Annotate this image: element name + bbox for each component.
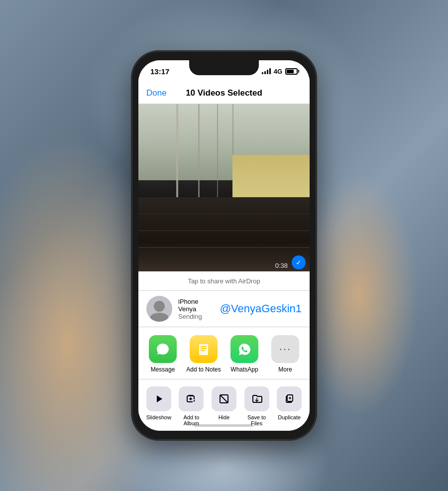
svg-rect-2 [201, 348, 207, 349]
svg-rect-0 [199, 344, 208, 355]
more-app-label: More [278, 366, 292, 373]
add-album-icon [186, 393, 197, 404]
more-dots: ··· [279, 343, 291, 356]
navigation-bar: Done 10 Videos Selected [138, 82, 310, 104]
save-files-icon [251, 393, 262, 404]
actions-row: Slideshow [138, 379, 310, 431]
avatar-body [150, 313, 168, 322]
hide-icon [219, 393, 229, 404]
video-preview: 0:38 ✓ [138, 104, 310, 273]
svg-rect-3 [201, 350, 205, 351]
share-app-message[interactable]: Message [145, 335, 180, 373]
slideshow-icon [153, 393, 164, 404]
network-type: 4G [274, 68, 282, 75]
contact-status: Sending [178, 313, 214, 320]
svg-line-13 [220, 395, 228, 403]
whatsapp-app-icon [230, 335, 258, 363]
status-time: 13:17 [150, 67, 169, 76]
signal-icon [262, 68, 271, 74]
message-app-icon [149, 335, 177, 363]
share-sheet: Tap to share with AirDrop iPhone Venya S… [138, 271, 310, 431]
avatar-person [146, 296, 172, 322]
airdrop-contact-row[interactable]: iPhone Venya Sending @VenyaGeskin1 [138, 291, 310, 327]
share-app-more[interactable]: ··· More [268, 335, 303, 373]
slideshow-icon-box [146, 386, 171, 411]
slideshow-label: Slideshow [146, 414, 171, 420]
done-button[interactable]: Done [146, 88, 167, 98]
airdrop-banner: Tap to share with AirDrop [138, 271, 310, 291]
more-app-icon: ··· [271, 335, 299, 363]
action-hide[interactable]: Hide [209, 386, 239, 420]
video-duration: 0:38 [275, 262, 288, 269]
hide-icon-box [212, 386, 236, 411]
whatsapp-icon-svg [237, 342, 252, 357]
action-save-files[interactable]: Save to Files [242, 386, 272, 426]
phone-notch [189, 60, 259, 75]
svg-rect-6 [188, 395, 193, 396]
whatsapp-app-label: WhatsApp [230, 366, 258, 373]
phone-screen: 13:17 4G Done 10 Videos Selected [138, 60, 310, 431]
share-apps-row: Message Add to Notes [138, 327, 310, 379]
contact-info: iPhone Venya Sending [178, 298, 214, 320]
action-slideshow[interactable]: Slideshow [144, 386, 174, 420]
svg-rect-1 [201, 346, 207, 347]
battery-fill [287, 70, 294, 73]
share-app-notes[interactable]: Add to Notes [186, 335, 221, 373]
home-indicator [194, 424, 254, 427]
notes-icon-svg [196, 342, 211, 357]
action-add-album[interactable]: Add to Album [176, 386, 206, 426]
avatar [146, 296, 172, 322]
status-icons: 4G [262, 68, 298, 75]
phone-device: 13:17 4G Done 10 Videos Selected [132, 51, 316, 440]
hide-label: Hide [219, 414, 230, 420]
battery-icon [285, 68, 298, 75]
save-files-icon-box [244, 386, 269, 411]
contact-name: iPhone Venya [178, 298, 214, 313]
duplicate-icon [284, 393, 295, 404]
notes-app-icon [190, 335, 218, 363]
action-duplicate[interactable]: Duplicate [274, 386, 304, 420]
preview-image: 0:38 ✓ [138, 104, 310, 273]
notes-app-label: Add to Notes [186, 366, 221, 373]
share-app-whatsapp[interactable]: WhatsApp [227, 335, 262, 373]
duplicate-icon-box [277, 386, 302, 411]
pier-visual [138, 104, 310, 273]
nav-title: 10 Videos Selected [186, 88, 262, 98]
avatar-head [154, 301, 165, 312]
message-app-label: Message [151, 366, 175, 373]
duplicate-label: Duplicate [278, 414, 301, 420]
airdrop-username: @VenyaGeskin1 [220, 302, 302, 315]
svg-marker-4 [157, 395, 162, 402]
add-album-icon-box [179, 386, 204, 411]
message-icon-svg [155, 342, 170, 357]
selected-badge: ✓ [292, 255, 306, 269]
airdrop-hint-text: Tap to share with AirDrop [188, 277, 260, 285]
